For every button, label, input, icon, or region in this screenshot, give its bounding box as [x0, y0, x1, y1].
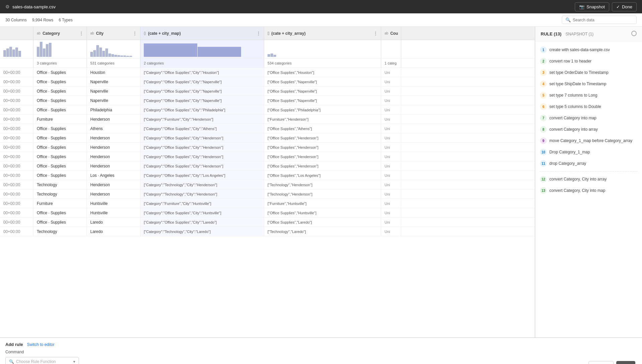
rule-item[interactable]: 3 set type OrderDate to Timestamp — [535, 67, 642, 78]
cell-map: ["Category":"Office Supplies","City":"Na… — [140, 87, 264, 96]
rules-title: RULE (13) — [541, 31, 561, 36]
command-dropdown[interactable]: 🔍 Choose Rule Function ▾ — [5, 357, 79, 364]
rule-item[interactable]: 11 drop Category_array — [535, 158, 642, 169]
table-row: 00+00:00 Office · Supplies Naperville ["… — [0, 96, 535, 105]
cell-date: 00+00:00 — [0, 105, 33, 114]
rule-item[interactable]: 12 convert Category, City into array — [535, 173, 642, 185]
cell-map: ["Category":"Office Supplies","City":"Lo… — [140, 171, 264, 180]
cell-date: 00+00:00 — [0, 96, 33, 105]
cell-date: 00+00:00 — [0, 115, 33, 124]
rule-item[interactable]: 5 set type 7 columns to Long — [535, 90, 642, 101]
rule-text: convert Category into array — [549, 127, 598, 132]
rule-icon: 7 — [540, 115, 547, 121]
cell-array: ["Office Supplies","Huntsville"] — [264, 208, 381, 217]
cell-city: Henderson — [87, 152, 140, 161]
rule-item[interactable]: 6 set type 5 columns to Double — [535, 101, 642, 112]
rule-text: drop Category_array — [549, 161, 586, 166]
cat-row: 3 categories 531 categories 2 categories… — [0, 58, 535, 68]
cell-category: Office · Supplies — [33, 208, 87, 217]
rule-item[interactable]: 4 set type ShipDate to Timestamp — [535, 78, 642, 90]
search-icon: 🔍 — [565, 17, 571, 22]
search-input[interactable] — [573, 18, 633, 22]
cell-array: ["Office Supplies","Henderson"] — [264, 152, 381, 161]
done-button[interactable]: ✓ Done — [612, 2, 637, 11]
col-options-map[interactable]: ⋮ — [256, 31, 260, 36]
rule-icon: 1 — [540, 46, 547, 53]
search-box[interactable]: 🔍 — [562, 16, 637, 24]
cell-array: ["Office Supplies","Henderson"] — [264, 133, 381, 142]
cell-city: Naperville — [87, 87, 140, 96]
table-row: 00+00:00 Furniture Henderson ["Category"… — [0, 115, 535, 124]
cell-category: Technology — [33, 227, 87, 236]
cell-map: ["Category":"Technology","City":"Laredo"… — [140, 227, 264, 236]
table-row: 00+00:00 Office · Supplies Laredo ["Cate… — [0, 218, 535, 227]
rule-item[interactable]: 8 convert Category into array — [535, 124, 642, 135]
rule-item[interactable]: 2 convert row 1 to header — [535, 55, 642, 67]
histo-map — [140, 40, 264, 58]
cell-category: Office · Supplies — [33, 77, 87, 86]
cell-uni: Uni — [381, 208, 401, 217]
cell-array: ["Office Supplies","Philadelphia"] — [264, 105, 381, 114]
col-options-city[interactable]: ⋮ — [133, 31, 137, 36]
table-row: 00+00:00 Technology Henderson ["Category… — [0, 190, 535, 199]
snapshot-button[interactable]: 📷 Snapshot — [575, 2, 609, 11]
rule-item[interactable]: 7 convert Category into map — [535, 112, 642, 124]
col-header-category: ab Category ⋮ — [33, 27, 87, 40]
rule-icon: 12 — [540, 176, 547, 183]
table-row: 00+00:00 Office · Supplies Huntsville ["… — [0, 208, 535, 218]
rule-item[interactable]: 10 Drop Category_1_map — [535, 146, 642, 158]
rule-text: set type ShipDate to Timestamp — [549, 82, 606, 86]
table-row: 00+00:00 Office · Supplies Henderson ["C… — [0, 143, 535, 152]
table-row: 00+00:00 Office · Supplies Los · Angeles… — [0, 171, 535, 180]
col-header-map: {} (cate + city_map) ⋮ — [140, 27, 264, 40]
rule-text: set type 7 columns to Long — [549, 93, 597, 98]
cell-uni: Uni — [381, 180, 401, 189]
subtitle-right: 🔍 — [562, 16, 637, 24]
rule-text: create with sales-data-sample.csv — [549, 47, 610, 52]
top-bar: ⚙ sales-data-sample.csv 📷 Snapshot ✓ Don… — [0, 0, 642, 13]
cell-category: Office · Supplies — [33, 133, 87, 142]
rule-icon: 9 — [540, 137, 547, 144]
histo-uni — [381, 40, 401, 58]
col-header-date — [0, 27, 33, 40]
snapshot-title: SNAPSHOT (1) — [565, 32, 594, 36]
cat-array: 534 categories — [264, 58, 381, 68]
refresh-button[interactable] — [631, 31, 637, 37]
cell-uni: Uni — [381, 105, 401, 114]
rule-text: convert row 1 to header — [549, 59, 592, 64]
cell-array: ["Furniture","Huntsville"] — [264, 199, 381, 208]
bottom-bar: Add rule Switch to editor Command 🔍 Choo… — [0, 337, 642, 364]
table-row: 00+00:00 Office · Supplies Naperville ["… — [0, 77, 535, 87]
cell-date: 00+00:00 — [0, 190, 33, 199]
cell-city: Los · Angeles — [87, 171, 140, 180]
cell-city: Henderson — [87, 161, 140, 170]
col-options-category[interactable]: ⋮ — [79, 31, 83, 36]
rule-item[interactable]: 13 convert Category, City into map — [535, 185, 642, 196]
rules-panel: RULE (13) SNAPSHOT (1) 1 create with sal… — [535, 27, 642, 337]
cell-city: Huntsville — [87, 199, 140, 208]
data-scroll[interactable]: 00+00:00 Office · Supplies Houston ["Cat… — [0, 68, 535, 337]
cell-map: ["Category":"Office Supplies","City":"Ho… — [140, 68, 264, 77]
table-row: 00+00:00 Office · Supplies Naperville ["… — [0, 87, 535, 96]
cell-map: ["Category":"Office Supplies","City":"At… — [140, 124, 264, 133]
command-placeholder: Choose Rule Function — [16, 359, 56, 364]
add-button[interactable]: Add — [616, 361, 635, 364]
cell-city: Huntsville — [87, 208, 140, 217]
rule-item[interactable]: 9 move Category_1_map before Category_ar… — [535, 135, 642, 146]
switch-editor-link[interactable]: Switch to editor — [27, 342, 55, 347]
cancel-button[interactable]: Cancel — [588, 361, 613, 364]
refresh-icon — [631, 31, 637, 36]
cat-city: 531 categories — [87, 58, 140, 68]
cell-array: ["Technology","Laredo"] — [264, 227, 381, 236]
cell-category: Office · Supplies — [33, 143, 87, 152]
histo-city — [87, 40, 140, 58]
cell-map: ["Category":"Office Supplies","City":"Na… — [140, 96, 264, 105]
cell-array: ["Office Supplies","Laredo"] — [264, 218, 381, 227]
rule-icon: 10 — [540, 149, 547, 155]
rule-item[interactable]: 1 create with sales-data-sample.csv — [535, 44, 642, 55]
histo-array — [264, 40, 381, 58]
histo-row — [0, 40, 535, 58]
cell-city: Laredo — [87, 218, 140, 227]
col-options-array[interactable]: ⋮ — [373, 31, 378, 36]
rules-panel-header: RULE (13) SNAPSHOT (1) — [535, 27, 642, 41]
